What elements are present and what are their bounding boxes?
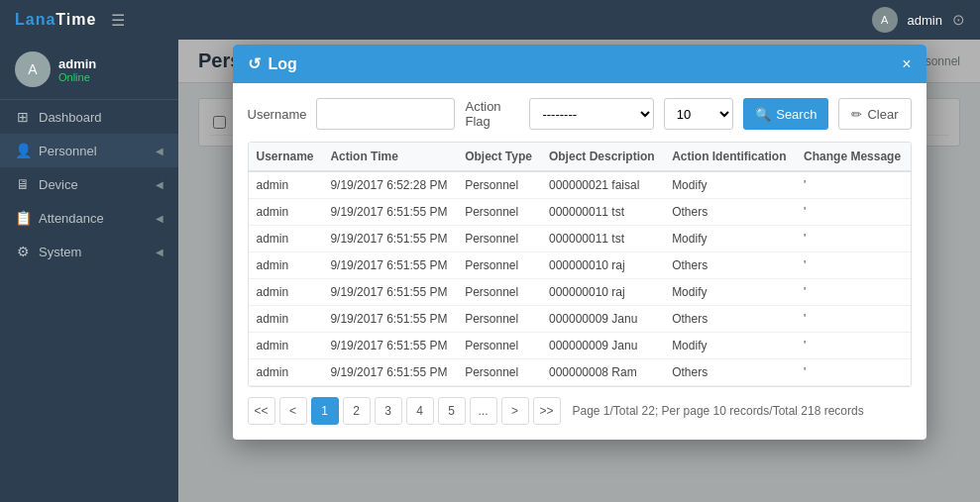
modal-header: ↺ Log × <box>233 45 926 83</box>
log-modal: ↺ Log × Username Action Flag <box>233 45 926 440</box>
cell-username: admin <box>249 226 323 252</box>
cell-action-id: Others <box>664 252 796 279</box>
cell-action-time: 9/19/2017 6:51:55 PM <box>322 359 457 386</box>
cell-username: admin <box>249 333 323 359</box>
cell-action-time: 9/19/2017 6:51:55 PM <box>322 226 457 252</box>
pagination: << < 1 2 3 4 5 ... > >> Page 1/Total 22;… <box>248 397 912 425</box>
action-flag-label: Action Flag <box>465 99 519 129</box>
per-page-select[interactable]: 10 20 50 100 <box>664 98 733 130</box>
cell-action-time: 9/19/2017 6:51:55 PM <box>322 252 457 279</box>
cell-change-msg: ' <box>796 171 910 199</box>
chevron-right-icon-attendance: ◀ <box>156 213 163 224</box>
cell-action-id: Modify <box>664 279 796 306</box>
modal-close-button[interactable]: × <box>902 55 911 73</box>
sidebar-item-dashboard[interactable]: ⊞ Dashboard <box>0 100 178 134</box>
cell-object-type: Personnel <box>457 333 541 359</box>
search-icon: 🔍 <box>755 107 771 122</box>
sidebar-item-system[interactable]: ⚙ System ◀ <box>0 235 178 268</box>
action-flag-select[interactable]: -------- Add Modify Delete Others <box>529 98 653 130</box>
sidebar-item-attendance[interactable]: 📋 Attendance ◀ <box>0 201 178 235</box>
main-area: A admin Online ⊞ Dashboard 👤 Personnel ◀ <box>0 40 980 502</box>
sidebar-label-attendance: Attendance <box>39 211 104 226</box>
col-object-type: Object Type <box>457 143 541 171</box>
sidebar-status: Online <box>58 71 96 83</box>
page-2-button[interactable]: 2 <box>343 397 371 425</box>
sidebar-item-device[interactable]: 🖥 Device ◀ <box>0 167 178 201</box>
log-table-head: Username Action Time Object Type Object … <box>249 143 911 171</box>
page-ellipsis[interactable]: ... <box>470 397 497 425</box>
personnel-icon: 👤 <box>15 143 31 158</box>
cell-object-desc: 000000010 raj <box>541 252 664 279</box>
cell-object-desc: 000000008 Ram <box>541 359 664 386</box>
sidebar-user: A admin Online <box>0 40 178 100</box>
sidebar-label-personnel: Personnel <box>39 144 97 158</box>
cell-action-id: Others <box>664 199 796 226</box>
cell-object-desc: 000000009 Janu <box>541 306 664 333</box>
page-1-button[interactable]: 1 <box>311 397 339 425</box>
cell-change-msg: ' <box>796 226 910 252</box>
table-row: admin 9/19/2017 6:51:55 PM Personnel 000… <box>249 306 911 333</box>
topbar-left: LanaTime ☰ <box>15 11 125 30</box>
username-input[interactable] <box>316 98 455 130</box>
cell-object-type: Personnel <box>457 279 541 306</box>
sidebar-user-info: admin Online <box>58 56 96 83</box>
clear-button-label: Clear <box>867 107 898 122</box>
cell-username: admin <box>249 279 323 306</box>
col-change-msg: Change Message <box>796 143 910 171</box>
table-row: admin 9/19/2017 6:51:55 PM Personnel 000… <box>249 279 911 306</box>
cell-username: admin <box>249 306 323 333</box>
log-table: Username Action Time Object Type Object … <box>249 143 911 386</box>
system-icon: ⚙ <box>15 244 31 259</box>
app-brand: LanaTime <box>15 11 96 29</box>
cell-object-desc: 000000011 tst <box>541 199 664 226</box>
log-table-wrapper: Username Action Time Object Type Object … <box>248 142 912 387</box>
table-row: admin 9/19/2017 6:52:28 PM Personnel 000… <box>249 171 911 199</box>
topbar: LanaTime ☰ A admin ⊙ <box>0 0 980 40</box>
sidebar-label-system: System <box>39 245 81 259</box>
chevron-right-icon-device: ◀ <box>156 179 163 190</box>
sidebar-label-device: Device <box>39 177 78 192</box>
clear-button[interactable]: ✏ Clear <box>838 98 911 130</box>
sidebar-avatar: A <box>15 51 51 87</box>
page-last-button[interactable]: >> <box>533 397 561 425</box>
cell-username: admin <box>249 359 323 386</box>
page-prev-button[interactable]: < <box>279 397 307 425</box>
sidebar-item-personnel[interactable]: 👤 Personnel ◀ <box>0 134 178 167</box>
page-3-button[interactable]: 3 <box>375 397 402 425</box>
username-label: Username <box>248 107 307 122</box>
share-icon[interactable]: ⊙ <box>952 11 965 29</box>
sidebar: A admin Online ⊞ Dashboard 👤 Personnel ◀ <box>0 40 178 502</box>
cell-action-id: Modify <box>664 171 796 199</box>
cell-action-id: Others <box>664 359 796 386</box>
page-5-button[interactable]: 5 <box>438 397 466 425</box>
cell-object-desc: 000000011 tst <box>541 226 664 252</box>
content-area: Personnel 🏠 Home » Personnel » Personnel… <box>178 40 980 502</box>
cell-username: admin <box>249 171 323 199</box>
cell-object-type: Personnel <box>457 199 541 226</box>
page-next-button[interactable]: > <box>501 397 529 425</box>
filter-row: Username Action Flag -------- Add Modify… <box>248 98 912 130</box>
cell-object-desc: 000000021 faisal <box>541 171 664 199</box>
sidebar-label-dashboard: Dashboard <box>39 110 102 125</box>
search-button[interactable]: 🔍 Search <box>743 98 828 130</box>
cell-object-desc: 000000009 Janu <box>541 333 664 359</box>
hamburger-icon[interactable]: ☰ <box>111 11 125 30</box>
clear-icon: ✏ <box>851 107 862 122</box>
cell-object-type: Personnel <box>457 306 541 333</box>
search-button-label: Search <box>776 107 817 122</box>
log-icon: ↺ <box>248 54 261 73</box>
log-table-body: admin 9/19/2017 6:52:28 PM Personnel 000… <box>249 171 911 386</box>
modal-title-text: Log <box>269 55 297 73</box>
cell-object-type: Personnel <box>457 359 541 386</box>
cell-action-time: 9/19/2017 6:51:55 PM <box>322 199 457 226</box>
page-4-button[interactable]: 4 <box>406 397 434 425</box>
cell-object-type: Personnel <box>457 171 541 199</box>
col-action-id: Action Identification <box>664 143 796 171</box>
chevron-right-icon: ◀ <box>156 146 163 156</box>
col-object-desc: Object Description <box>541 143 664 171</box>
table-row: admin 9/19/2017 6:51:55 PM Personnel 000… <box>249 199 911 226</box>
page-first-button[interactable]: << <box>248 397 275 425</box>
avatar: A <box>872 7 898 33</box>
log-table-header-row: Username Action Time Object Type Object … <box>249 143 911 171</box>
table-row: admin 9/19/2017 6:51:55 PM Personnel 000… <box>249 252 911 279</box>
